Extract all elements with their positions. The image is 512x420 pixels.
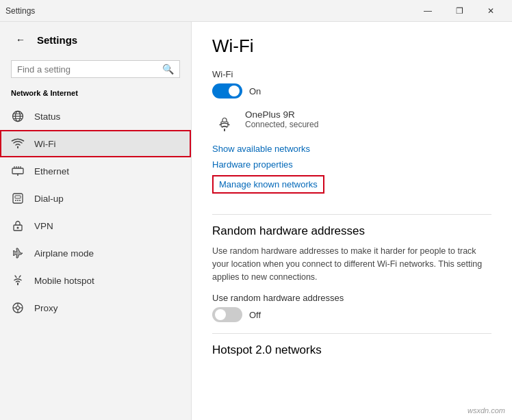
- minimize-button[interactable]: —: [412, 0, 444, 22]
- sidebar-item-status[interactable]: Status: [0, 103, 191, 130]
- hotspot-heading: Hotspot 2.0 networks: [212, 343, 491, 357]
- hotspot-icon: [11, 274, 25, 287]
- random-hw-toggle-row: Off: [212, 307, 491, 322]
- hardware-properties-link[interactable]: Hardware properties: [212, 159, 491, 170]
- sidebar-section-title: Network & Internet: [0, 86, 191, 103]
- close-button[interactable]: ✕: [475, 0, 507, 22]
- svg-point-19: [16, 306, 20, 310]
- search-input[interactable]: [17, 64, 162, 75]
- svg-rect-12: [15, 196, 21, 198]
- network-row: OnePlus 9R Connected, secured: [212, 109, 491, 134]
- search-icon: 🔍: [162, 64, 174, 75]
- svg-point-14: [17, 200, 18, 201]
- maximize-button[interactable]: ❐: [444, 0, 475, 22]
- sidebar-item-airplane[interactable]: Airplane mode: [0, 239, 191, 267]
- titlebar-title: Settings: [5, 6, 35, 16]
- wifi-toggle-label: On: [249, 86, 261, 96]
- show-networks-link[interactable]: Show available networks: [212, 144, 491, 154]
- network-status: Connected, secured: [245, 120, 318, 129]
- svg-point-17: [17, 227, 19, 229]
- wifi-toggle-row: On: [212, 83, 491, 99]
- sidebar-item-label-wifi: Wi-Fi: [34, 139, 55, 149]
- random-hw-toggle-label: Off: [249, 310, 261, 320]
- watermark: wsxdn.com: [468, 406, 505, 415]
- sidebar-item-label-vpn: VPN: [34, 221, 53, 231]
- ethernet-icon: [11, 164, 25, 178]
- sidebar-item-ethernet[interactable]: Ethernet: [0, 157, 191, 185]
- main-layout: ← Settings 🔍 Network & Internet Status: [0, 22, 512, 420]
- proxy-icon: [11, 301, 25, 315]
- sidebar-item-hotspot[interactable]: Mobile hotspot: [0, 267, 191, 294]
- wifi-connected-icon: [212, 109, 237, 134]
- network-info: OnePlus 9R Connected, secured: [245, 109, 318, 129]
- svg-rect-5: [12, 168, 23, 174]
- manage-networks-link[interactable]: Manage known networks: [212, 175, 324, 194]
- sidebar-item-label-status: Status: [34, 111, 60, 122]
- random-hw-sublabel: Use random hardware addresses: [212, 293, 491, 303]
- wifi-toggle-knob: [229, 86, 240, 96]
- vpn-icon: [11, 219, 25, 233]
- page-title: Wi-Fi: [212, 36, 491, 57]
- wifi-label: Wi-Fi: [212, 69, 491, 79]
- sidebar-item-label-hotspot: Mobile hotspot: [34, 276, 94, 286]
- globe-icon: [11, 109, 25, 123]
- sidebar-app-title: Settings: [37, 34, 77, 46]
- airplane-icon: [11, 246, 25, 260]
- content-area: Wi-Fi Wi-Fi On OnePlus 9R: [192, 22, 512, 420]
- divider-2: [212, 333, 491, 334]
- random-hw-description: Use random hardware addresses to make it…: [212, 245, 491, 283]
- back-button[interactable]: ←: [11, 30, 30, 49]
- network-name: OnePlus 9R: [245, 109, 318, 120]
- titlebar: Settings — ❐ ✕: [0, 0, 512, 22]
- random-hw-toggle-knob: [215, 309, 226, 320]
- dialup-icon: [11, 192, 25, 205]
- svg-point-13: [15, 200, 16, 201]
- random-hw-heading: Random hardware addresses: [212, 224, 491, 238]
- sidebar-header: ← Settings: [0, 22, 191, 57]
- wifi-icon: [11, 137, 25, 150]
- sidebar-item-label-ethernet: Ethernet: [34, 166, 69, 176]
- sidebar-item-wifi[interactable]: Wi-Fi: [0, 130, 191, 157]
- sidebar-item-label-dialup: Dial-up: [34, 194, 64, 204]
- sidebar-item-label-airplane: Airplane mode: [34, 248, 94, 259]
- search-box[interactable]: 🔍: [11, 60, 180, 78]
- sidebar-item-dialup[interactable]: Dial-up: [0, 185, 191, 212]
- titlebar-controls: — ❐ ✕: [412, 0, 507, 22]
- random-hw-toggle[interactable]: [212, 307, 242, 322]
- wifi-toggle[interactable]: [212, 83, 242, 99]
- divider-1: [212, 214, 491, 215]
- sidebar-item-label-proxy: Proxy: [34, 303, 58, 313]
- sidebar: ← Settings 🔍 Network & Internet Status: [0, 22, 192, 420]
- svg-point-15: [19, 200, 21, 201]
- sidebar-item-proxy[interactable]: Proxy: [0, 294, 191, 321]
- sidebar-item-vpn[interactable]: VPN: [0, 212, 191, 239]
